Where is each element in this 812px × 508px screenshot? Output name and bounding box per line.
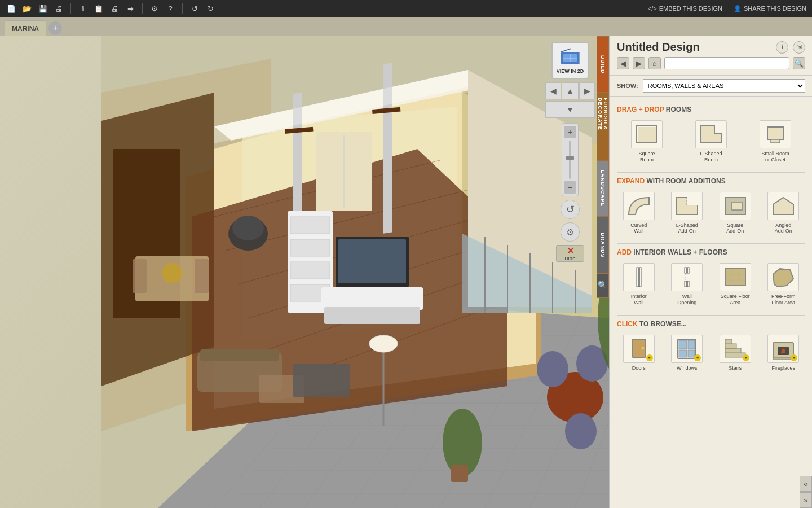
search-input[interactable]	[664, 57, 789, 69]
zoom-out-button[interactable]: −	[564, 181, 576, 194]
svg-rect-100	[686, 268, 688, 273]
doors-item[interactable]: ● Doors	[617, 332, 661, 374]
sep2	[617, 243, 805, 244]
view-2d-button[interactable]: VIEW IN 2D	[551, 42, 589, 79]
svg-rect-91	[771, 139, 780, 143]
svg-rect-121	[725, 339, 732, 344]
tab-build[interactable]: BUILD	[597, 36, 609, 93]
pan-down-button[interactable]: ▼	[545, 101, 595, 118]
windows-icon: ●	[671, 335, 703, 363]
wall-opening-item[interactable]: WallOpening	[665, 261, 709, 308]
svg-point-67	[369, 335, 398, 352]
doors-icon: ●	[623, 335, 655, 363]
separator3	[182, 3, 183, 14]
forward-button[interactable]: ▶	[633, 57, 645, 69]
share-icon: 👤	[734, 5, 742, 12]
info-button[interactable]: ℹ	[776, 41, 788, 54]
back-button[interactable]: ◀	[617, 57, 629, 69]
square-floor-item[interactable]: Square FloorArea	[713, 261, 757, 308]
help-icon[interactable]: ?	[165, 3, 176, 14]
collapse-buttons: « »	[800, 476, 812, 508]
sidebar-header: Untitled Design ℹ ⇲ ◀ ▶ ⌂ 🔍	[610, 36, 812, 76]
zoom-in-button[interactable]: +	[564, 126, 576, 138]
square-floor-label: Square FloorArea	[721, 294, 750, 306]
expand-grid: CurvedWall L-ShapedAdd-On	[617, 190, 805, 237]
collapse-up-button[interactable]: «	[800, 476, 812, 492]
svg-rect-53	[290, 239, 330, 256]
side-tabs: BUILD FURNISH & DECORATE LANDSCAPE BRAND…	[597, 36, 609, 298]
l-shaped-room-icon-box	[695, 120, 727, 148]
print-icon[interactable]: 🖨	[53, 3, 64, 14]
embed-button[interactable]: </> EMBED THIS DESIGN	[648, 5, 722, 12]
svg-rect-101	[686, 281, 688, 287]
show-row: SHOW: ROOMS, WALLS & AREAS FURNITURE ALL	[610, 76, 812, 97]
zoom-track[interactable]	[569, 141, 571, 179]
square-room-item[interactable]: SquareRoom	[617, 118, 677, 165]
angled-addon-item[interactable]: AngledAdd-On	[762, 190, 806, 237]
tab-landscape[interactable]: LANDSCAPE	[597, 160, 609, 217]
zoom-bar: + −	[562, 123, 579, 196]
doors-label: Doors	[632, 365, 646, 371]
expand-button[interactable]: ⇲	[793, 41, 805, 54]
freeform-floor-item[interactable]: Free-FormFloor Area	[762, 261, 806, 308]
collapse-down-button[interactable]: »	[800, 492, 812, 508]
fireplaces-item[interactable]: ● Fireplaces	[762, 332, 806, 374]
pan-right-button[interactable]: ▶	[579, 82, 595, 99]
open-file-icon[interactable]: 📂	[21, 3, 33, 14]
small-room-item[interactable]: Small Roomor Closet	[745, 118, 805, 165]
home-button[interactable]: ⌂	[648, 57, 661, 69]
stairs-item[interactable]: ● Stairs	[713, 332, 757, 374]
show-select[interactable]: ROOMS, WALLS & AREAS FURNITURE ALL	[643, 79, 805, 93]
tab-furnish[interactable]: FURNISH & DECORATE	[597, 93, 609, 160]
code-icon: </>	[648, 5, 657, 12]
settings-icon[interactable]: ⚙	[149, 3, 160, 14]
info-icon[interactable]: ℹ	[77, 3, 89, 14]
add-tab-button[interactable]: +	[48, 21, 62, 35]
history-icon[interactable]: 📋	[93, 3, 104, 14]
pan-left-button[interactable]: ◀	[545, 82, 561, 99]
tab-brands[interactable]: BRANDS	[597, 217, 609, 273]
small-room-label: Small Roomor Closet	[761, 151, 789, 163]
print2-icon[interactable]: 🖨	[109, 3, 120, 14]
save-icon[interactable]: 💾	[37, 3, 48, 14]
redo-button[interactable]: ↻	[205, 3, 216, 14]
l-shaped-room-label: L-ShapedRoom	[700, 151, 722, 163]
show-label: SHOW:	[617, 82, 638, 89]
undo-button[interactable]: ↺	[189, 3, 200, 14]
windows-item[interactable]: ● Windows	[665, 332, 709, 374]
svg-marker-97	[773, 198, 793, 214]
tabs-bar: MARINA +	[0, 17, 812, 36]
curved-wall-label: CurvedWall	[630, 222, 647, 235]
curved-wall-item[interactable]: CurvedWall	[617, 190, 661, 237]
l-shaped-addon-item[interactable]: L-ShapedAdd-On	[665, 190, 709, 237]
section-header-drag: DRAG + DROP ROOMS	[617, 106, 805, 113]
interior-wall-label: InteriorWall	[631, 294, 647, 306]
freeform-floor-label: Free-FormFloor Area	[771, 294, 796, 306]
curved-wall-icon	[623, 192, 655, 220]
sidebar-content: DRAG + DROP ROOMS SquareRoom	[610, 97, 812, 508]
title-row: Untitled Design ℹ ⇲	[617, 41, 805, 54]
svg-rect-105	[725, 269, 745, 286]
svg-line-82	[561, 49, 571, 52]
rotate-button[interactable]: ↺	[561, 200, 580, 219]
new-file-icon[interactable]: 📄	[6, 3, 17, 14]
l-shaped-room-item[interactable]: L-ShapedRoom	[681, 118, 741, 165]
export-icon[interactable]: ➡	[125, 3, 136, 14]
wall-opening-icon	[671, 263, 703, 291]
fireplaces-icon: ●	[767, 335, 799, 363]
interior-wall-item[interactable]: InteriorWall	[617, 261, 661, 308]
tab-marina[interactable]: MARINA	[5, 20, 46, 36]
windows-label: Windows	[677, 365, 698, 371]
settings-button[interactable]: ⚙	[561, 222, 580, 242]
search-submit-button[interactable]: 🔍	[793, 57, 805, 69]
separator2	[142, 3, 143, 14]
tab-search[interactable]: 🔍	[597, 273, 609, 298]
interior-wall-icon	[623, 263, 655, 291]
pan-up-button[interactable]: ▲	[562, 82, 579, 99]
svg-rect-59	[324, 307, 420, 324]
share-button[interactable]: 👤 SHARE THIS DESIGN	[734, 5, 806, 12]
square-addon-label: SquareAdd-On	[726, 222, 744, 235]
square-addon-item[interactable]: SquareAdd-On	[713, 190, 757, 237]
hide-button[interactable]: ✕ HIDE	[556, 245, 584, 262]
view2d-label: VIEW IN 2D	[557, 68, 584, 74]
